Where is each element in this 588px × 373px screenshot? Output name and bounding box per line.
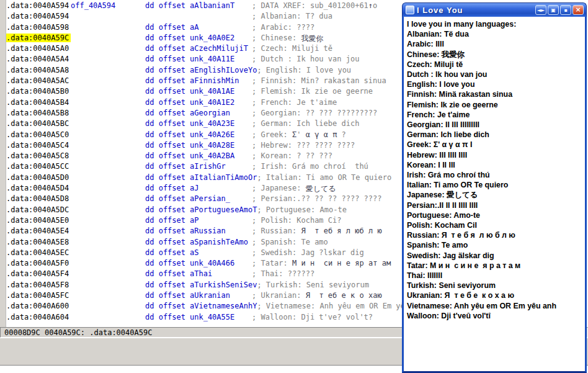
message-line: German: Ich liebe dich — [407, 130, 585, 140]
mnemonic: dd offset — [145, 238, 190, 246]
address: .data:0040A5B8 — [6, 109, 71, 117]
address: .data:0040A594 — [6, 1, 71, 10]
comment: ; Swedish: Jag ?lskar dig — [252, 248, 364, 257]
titlebar-buttons: ◄►▣▪× — [535, 5, 584, 15]
mnemonic: dd offset — [145, 173, 190, 182]
close-button[interactable]: × — [572, 5, 584, 15]
comment: ; Italian: Ti amo OR Te quiero — [257, 173, 391, 182]
comment: ; Japanese: 愛してる — [252, 184, 336, 194]
mnemonic: dd offset — [145, 141, 190, 150]
address: .data:0040A5C4 — [6, 141, 71, 150]
mnemonic: dd offset — [145, 216, 190, 225]
operand: unk_40A23E — [190, 119, 252, 128]
operand: aFinnishMin — [190, 76, 252, 85]
operand: unk_40A28E — [190, 141, 252, 150]
address: .data:0040A5F0 — [6, 259, 71, 267]
message-line: Walloon: Dji t'veû vol'tî — [407, 311, 585, 321]
mnemonic: dd offset — [145, 227, 190, 235]
mnemonic: dd offset — [145, 248, 190, 257]
operand: aGeorgian — [190, 109, 252, 117]
comment: ; Russian: Я т еб я л юб л ю — [252, 227, 382, 235]
comment: ; Ukranian: Я т еб е к о хаю — [252, 291, 382, 300]
ida-left-frame — [0, 0, 6, 327]
mnemonic: dd offset — [145, 119, 190, 128]
mnemonic: dd offset — [145, 151, 190, 160]
address: .data:0040A5EC — [6, 248, 71, 257]
mnemonic: dd offset — [145, 98, 190, 107]
dialog-titlebar[interactable]: I Love You ◄►▣▪× — [402, 2, 587, 17]
status-text: 00008D9C 0040A59C: .data:0040A59C — [4, 328, 152, 337]
operand: aJ — [190, 184, 252, 192]
operand: aTurkishSeniSev — [190, 281, 257, 289]
mnemonic: dd offset — [145, 1, 190, 10]
dialog-body: I love you in many languages:Albanian: T… — [402, 17, 587, 373]
mnemonic: dd offset — [145, 205, 190, 214]
swap-icon: ◄► — [537, 7, 545, 13]
swap-button[interactable]: ◄► — [535, 5, 546, 15]
maximize-icon: ▣ — [551, 7, 556, 13]
mnemonic: dd offset — [145, 34, 190, 42]
address: .data:0040A598 — [6, 23, 71, 32]
operand: aItalianTiAmoOr — [190, 173, 257, 182]
operand: aCzechMilujiT — [190, 44, 252, 53]
address: .data:0040A600 — [6, 302, 71, 310]
screen: .data:0040A594off_40A594dd offsetaAlbani… — [0, 0, 588, 373]
message-line: Hebrew: III IIII IIII — [407, 150, 585, 160]
address: .data:0040A594 — [6, 12, 71, 20]
message-line: Georgian: II III IIIIIIIII — [407, 120, 585, 130]
message-line: Japanese: 愛してる — [407, 190, 585, 200]
address: .data:0040A604 — [6, 313, 71, 321]
mnemonic: dd offset — [145, 87, 190, 96]
comment: ; Spanish: Te amo — [252, 238, 328, 246]
operand: aAlbanianT — [190, 1, 252, 10]
message-line: Tatar: М и н с и н е я р а т а м — [407, 261, 585, 271]
message-line: I love you in many languages: — [407, 19, 585, 29]
address: .data:0040A5FC — [6, 291, 71, 300]
address: .data:0040A5CC — [6, 162, 71, 171]
operand: aPersian_ — [190, 194, 252, 203]
comment: ; Irish: Grá mo chroí thú — [252, 162, 368, 171]
comment: ; English: I love you — [257, 66, 351, 74]
message-line: French: Je t'aime — [407, 110, 585, 120]
comment: ; Dutch : Ik hou van jou — [252, 55, 359, 63]
address: .data:0040A5AC — [6, 76, 71, 85]
message-line: Finnish: Minä rakastan sinua — [407, 89, 585, 99]
operand: aUkranian — [190, 291, 252, 300]
message-line: Persian:.II II II IIII IIII — [407, 200, 585, 210]
operand: aVietnameseAnhY — [190, 302, 257, 310]
comment: ; Finnish: Min? rakastan sinua — [252, 76, 386, 85]
operand: aPortugueseAmoT — [190, 205, 257, 214]
address: .data:0040A5A4 — [6, 55, 71, 63]
mnemonic: dd offset — [145, 291, 190, 300]
operand: aEnglishILoveYo — [190, 66, 257, 74]
mnemonic: dd offset — [145, 313, 190, 321]
message-line: Albanian: Të dua — [407, 29, 585, 39]
message-line: Portuguese: Amo-te — [407, 210, 585, 220]
mnemonic: dd offset — [145, 55, 190, 63]
message-line: Czech: Miluji tě — [407, 60, 585, 70]
comment: ; Greek: Σ' α γ α π ? — [252, 130, 346, 139]
mnemonic: dd offset — [145, 44, 190, 53]
maximize-button[interactable]: ▣ — [548, 5, 559, 15]
mnemonic: dd offset — [145, 76, 190, 85]
operand: aA — [190, 23, 252, 32]
address: .data:0040A5F4 — [6, 269, 71, 278]
address: .data:0040A5D0 — [6, 173, 71, 182]
operand: unk_40A55E — [190, 313, 252, 321]
message-line: Arabic: IIII — [407, 39, 585, 49]
comment: ; French: Je t'aime — [252, 98, 337, 107]
mnemonic: dd offset — [145, 66, 190, 74]
comment: ; Flemish: Ik zie oe geerne — [252, 87, 373, 96]
operand: unk_40A2BA — [190, 151, 252, 160]
message-line: Thai: IIIIIII — [407, 271, 585, 281]
mnemonic: dd offset — [145, 194, 190, 203]
address: .data:0040A5E4 — [6, 227, 71, 235]
address: .data:0040A5D4 — [6, 184, 71, 192]
comment: ; Portuguese: Amo-te — [257, 205, 347, 214]
comment: ; DATA XREF: sub_401200+61↑o — [252, 1, 377, 10]
mnemonic: dd offset — [145, 302, 190, 310]
message-line: Spanish: Te amo — [407, 240, 585, 250]
minimize-button[interactable]: ▪ — [560, 5, 571, 15]
message-line: Polish: Kocham CiI — [407, 220, 585, 230]
address: .data:0040A5E0 — [6, 216, 71, 225]
